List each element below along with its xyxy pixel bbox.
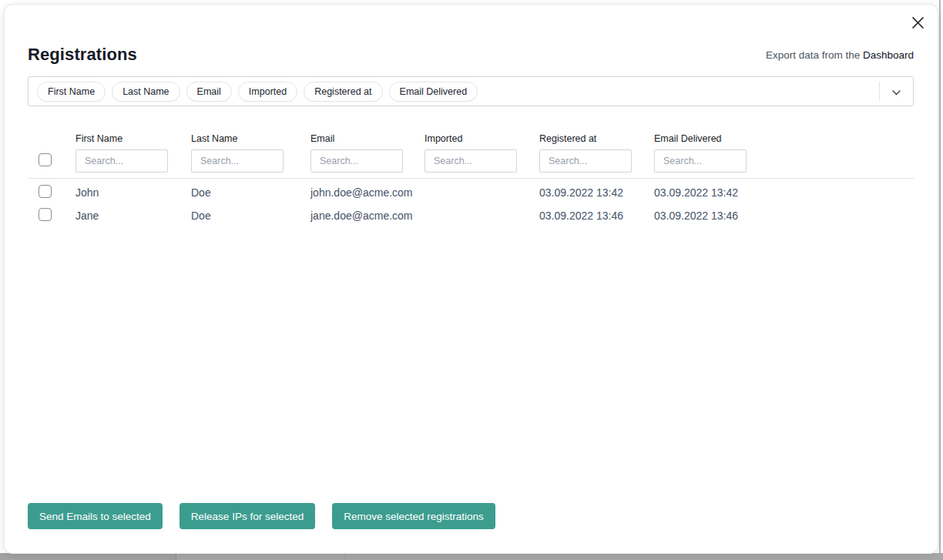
table-header-divider (28, 178, 914, 179)
remove-registrations-button[interactable]: Remove selected registrations (332, 503, 495, 529)
table-search-row (28, 149, 914, 173)
filter-chip-first-name[interactable]: First Name (37, 82, 106, 102)
table-row: John Doe john.doe@acme.com 03.09.2022 13… (28, 181, 914, 204)
footer-actions: Send Emails to selected Release IPs for … (28, 503, 495, 529)
cell-first-name: Jane (76, 210, 191, 222)
filter-chip-registered-at[interactable]: Registered at (304, 82, 382, 102)
filter-chip-last-name[interactable]: Last Name (112, 82, 180, 102)
search-input-email-delivered[interactable] (654, 149, 747, 173)
close-icon (911, 16, 925, 29)
filter-chip-email-delivered[interactable]: Email Delivered (389, 82, 478, 102)
background-footer-strip (0, 553, 943, 560)
release-ips-button[interactable]: Release IPs for selected (180, 503, 315, 529)
row-checkbox[interactable] (39, 185, 52, 198)
search-input-registered-at[interactable] (539, 149, 632, 173)
table-row: Jane Doe jane.doe@acme.com 03.09.2022 13… (28, 204, 914, 227)
column-header-imported: Imported (425, 133, 539, 144)
registrations-modal: Registrations Export data from the Dashb… (5, 5, 938, 553)
modal-header: Registrations Export data from the Dashb… (28, 45, 914, 65)
filter-dropdown-toggle[interactable] (879, 77, 913, 106)
chevron-down-icon (892, 85, 901, 99)
page-title: Registrations (28, 45, 137, 65)
dashboard-link[interactable]: Dashboard (863, 49, 914, 61)
search-input-email[interactable] (310, 149, 403, 173)
row-checkbox[interactable] (39, 208, 52, 221)
export-note: Export data from the Dashboard (766, 49, 914, 61)
column-header-email: Email (310, 133, 425, 144)
column-header-registered-at: Registered at (539, 133, 654, 144)
background-footer-segment (0, 553, 176, 560)
cell-email-delivered: 03.09.2022 13:42 (654, 186, 914, 199)
filter-chip-email[interactable]: Email (186, 82, 232, 102)
filter-bar: First Name Last Name Email Imported Regi… (28, 76, 914, 106)
column-header-last-name: Last Name (191, 133, 310, 144)
search-input-last-name[interactable] (191, 149, 284, 173)
cell-email: john.doe@acme.com (310, 186, 425, 199)
search-input-first-name[interactable] (76, 149, 168, 173)
column-header-first-name: First Name (76, 133, 191, 144)
cell-email-delivered: 03.09.2022 13:46 (654, 210, 914, 222)
background-page-edge (939, 0, 941, 553)
cell-email: jane.doe@acme.com (310, 210, 425, 222)
filter-chip-list: First Name Last Name Email Imported Regi… (37, 82, 478, 102)
cell-last-name: Doe (191, 210, 310, 222)
cell-registered-at: 03.09.2022 13:42 (539, 186, 654, 199)
background-footer-divider (345, 553, 346, 560)
filter-chip-imported[interactable]: Imported (238, 82, 297, 102)
background-footer-divider (176, 553, 176, 560)
export-note-text: Export data from the (766, 49, 860, 61)
search-input-imported[interactable] (425, 149, 517, 173)
cell-last-name: Doe (191, 186, 310, 199)
table-column-labels: First Name Last Name Email Imported Regi… (28, 133, 914, 149)
select-all-checkbox[interactable] (39, 153, 52, 166)
close-button[interactable] (908, 12, 928, 32)
column-header-email-delivered: Email Delivered (654, 133, 914, 144)
registrations-table: First Name Last Name Email Imported Regi… (28, 133, 914, 227)
cell-first-name: John (76, 186, 191, 199)
cell-registered-at: 03.09.2022 13:46 (539, 210, 654, 222)
send-emails-button[interactable]: Send Emails to selected (28, 503, 163, 529)
